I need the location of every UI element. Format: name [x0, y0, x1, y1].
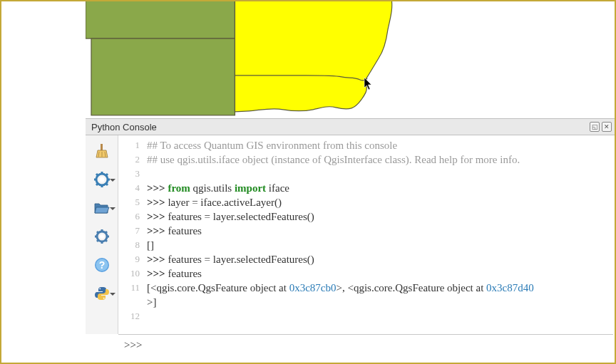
svg-line-9: [96, 174, 98, 176]
region-selected: [235, 1, 391, 112]
gear-run-icon: [93, 171, 111, 188]
map-canvas[interactable]: [86, 1, 615, 118]
map-svg: [86, 1, 615, 118]
console-panel-title: Python Console: [91, 122, 157, 132]
python-icon: [94, 286, 110, 301]
folder-icon: [93, 201, 111, 215]
svg-line-21: [97, 240, 99, 242]
console-toolbar: ?: [86, 135, 118, 334]
console-input[interactable]: [146, 339, 607, 351]
svg-line-12: [106, 174, 108, 176]
svg-line-20: [105, 240, 107, 242]
settings-button[interactable]: [90, 227, 114, 246]
left-gutter: [1, 1, 86, 118]
panel-close-button[interactable]: ✕: [602, 122, 612, 132]
gear-icon: [93, 228, 111, 245]
svg-point-27: [99, 288, 101, 289]
console-output[interactable]: 123456789101112 ## To access Quantum GIS…: [118, 135, 615, 334]
svg-point-13: [99, 177, 104, 182]
line-gutter: 123456789101112: [118, 138, 147, 334]
svg-line-11: [96, 183, 98, 185]
svg-line-19: [97, 232, 99, 234]
svg-point-23: [100, 234, 104, 239]
input-prompt: >>>: [124, 339, 142, 351]
svg-line-22: [105, 232, 107, 234]
clear-button[interactable]: [90, 141, 114, 161]
open-file-button[interactable]: [90, 198, 114, 218]
code-lines: ## To access Quantum GIS environment fro…: [147, 138, 615, 334]
svg-rect-0: [101, 144, 103, 150]
region-unselected-bottom: [91, 38, 235, 115]
python-button[interactable]: [90, 284, 114, 303]
svg-text:?: ?: [98, 259, 105, 271]
broom-icon: [95, 143, 109, 159]
region-unselected-top: [86, 1, 235, 38]
help-icon: ?: [94, 257, 110, 273]
console-input-bar[interactable]: >>>: [118, 334, 613, 361]
run-button[interactable]: [90, 170, 114, 189]
console-panel-header: Python Console ◱ ✕: [86, 118, 615, 135]
svg-point-28: [103, 298, 104, 299]
svg-line-10: [106, 183, 108, 185]
console-body: ? 123456789101112 ## To access Quantum G…: [86, 135, 615, 334]
help-button[interactable]: ?: [90, 255, 114, 275]
panel-dock-button[interactable]: ◱: [590, 122, 600, 132]
